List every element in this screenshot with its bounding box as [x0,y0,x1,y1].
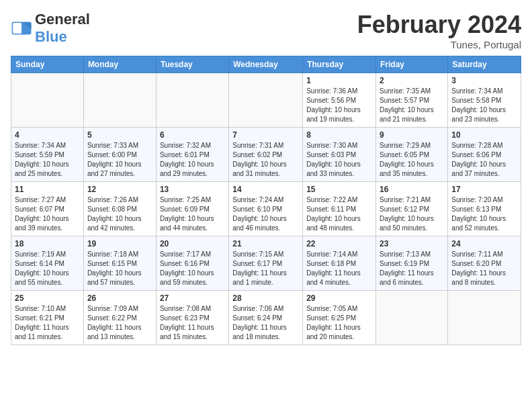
calendar-cell: 19Sunrise: 7:18 AM Sunset: 6:15 PM Dayli… [83,236,156,291]
calendar-week-5: 25Sunrise: 7:10 AM Sunset: 6:21 PM Dayli… [11,291,521,345]
calendar-cell [156,73,228,128]
day-info: Sunrise: 7:10 AM Sunset: 6:21 PM Dayligh… [15,304,80,342]
title-block: February 2024 Tunes, Portugal [357,11,521,50]
logo-blue-text: Blue [35,28,67,45]
day-info: Sunrise: 7:33 AM Sunset: 6:00 PM Dayligh… [87,141,152,179]
calendar-cell: 4Sunrise: 7:34 AM Sunset: 5:59 PM Daylig… [11,128,84,182]
calendar-cell: 3Sunrise: 7:34 AM Sunset: 5:58 PM Daylig… [448,73,521,128]
day-number: 15 [306,185,372,194]
day-number: 14 [232,185,299,194]
col-header-thursday: Thursday [303,56,376,73]
calendar-cell: 17Sunrise: 7:20 AM Sunset: 6:13 PM Dayli… [448,182,521,236]
day-number: 24 [451,239,517,248]
col-header-monday: Monday [83,56,156,73]
calendar-cell: 21Sunrise: 7:15 AM Sunset: 6:17 PM Dayli… [229,236,303,291]
calendar-cell [229,73,303,128]
day-info: Sunrise: 7:08 AM Sunset: 6:23 PM Dayligh… [160,304,225,342]
col-header-saturday: Saturday [448,56,521,73]
calendar-cell: 10Sunrise: 7:28 AM Sunset: 6:06 PM Dayli… [448,128,521,182]
day-info: Sunrise: 7:34 AM Sunset: 5:59 PM Dayligh… [15,141,80,179]
day-info: Sunrise: 7:19 AM Sunset: 6:14 PM Dayligh… [15,250,80,287]
calendar-cell: 24Sunrise: 7:11 AM Sunset: 6:20 PM Dayli… [448,236,521,291]
day-info: Sunrise: 7:20 AM Sunset: 6:13 PM Dayligh… [451,195,517,233]
col-header-sunday: Sunday [11,56,84,73]
day-number: 4 [15,130,80,140]
day-info: Sunrise: 7:31 AM Sunset: 6:02 PM Dayligh… [232,141,299,179]
day-number: 12 [87,185,152,194]
col-header-wednesday: Wednesday [229,56,303,73]
day-info: Sunrise: 7:14 AM Sunset: 6:18 PM Dayligh… [306,250,372,287]
calendar-cell: 22Sunrise: 7:14 AM Sunset: 6:18 PM Dayli… [303,236,376,291]
day-info: Sunrise: 7:06 AM Sunset: 6:24 PM Dayligh… [232,304,299,342]
day-info: Sunrise: 7:17 AM Sunset: 6:16 PM Dayligh… [160,250,225,287]
day-number: 19 [87,239,152,248]
col-header-friday: Friday [376,56,448,73]
day-number: 29 [306,293,372,303]
calendar-cell: 7Sunrise: 7:31 AM Sunset: 6:02 PM Daylig… [229,128,303,182]
day-info: Sunrise: 7:13 AM Sunset: 6:19 PM Dayligh… [380,250,444,287]
day-number: 10 [451,130,517,140]
day-number: 7 [232,130,299,140]
month-title: February 2024 [357,11,521,39]
calendar-table: SundayMondayTuesdayWednesdayThursdayFrid… [11,56,521,345]
day-info: Sunrise: 7:28 AM Sunset: 6:06 PM Dayligh… [451,141,517,179]
day-info: Sunrise: 7:26 AM Sunset: 6:08 PM Dayligh… [87,195,152,233]
calendar-cell: 8Sunrise: 7:30 AM Sunset: 6:03 PM Daylig… [303,128,376,182]
calendar-cell: 25Sunrise: 7:10 AM Sunset: 6:21 PM Dayli… [11,291,84,345]
day-number: 9 [380,130,444,140]
calendar-cell: 11Sunrise: 7:27 AM Sunset: 6:07 PM Dayli… [11,182,84,236]
logo-general-text: General [35,11,90,28]
calendar-cell: 9Sunrise: 7:29 AM Sunset: 6:05 PM Daylig… [376,128,448,182]
day-number: 1 [306,76,372,85]
logo-icon [11,17,32,39]
svg-rect-1 [13,23,21,34]
calendar-cell: 26Sunrise: 7:09 AM Sunset: 6:22 PM Dayli… [83,291,156,345]
day-info: Sunrise: 7:36 AM Sunset: 5:56 PM Dayligh… [306,87,372,124]
calendar-cell [11,73,84,128]
day-number: 25 [15,293,80,303]
calendar-cell: 1Sunrise: 7:36 AM Sunset: 5:56 PM Daylig… [303,73,376,128]
day-number: 3 [451,76,517,85]
calendar-week-3: 11Sunrise: 7:27 AM Sunset: 6:07 PM Dayli… [11,182,521,236]
day-number: 13 [160,185,225,194]
day-info: Sunrise: 7:34 AM Sunset: 5:58 PM Dayligh… [451,87,517,124]
day-number: 21 [232,239,299,248]
day-info: Sunrise: 7:15 AM Sunset: 6:17 PM Dayligh… [232,250,299,287]
calendar-week-2: 4Sunrise: 7:34 AM Sunset: 5:59 PM Daylig… [11,128,521,182]
day-info: Sunrise: 7:25 AM Sunset: 6:09 PM Dayligh… [160,195,225,233]
day-info: Sunrise: 7:35 AM Sunset: 5:57 PM Dayligh… [380,87,444,124]
day-info: Sunrise: 7:18 AM Sunset: 6:15 PM Dayligh… [87,250,152,287]
day-info: Sunrise: 7:30 AM Sunset: 6:03 PM Dayligh… [306,141,372,179]
calendar-cell: 15Sunrise: 7:22 AM Sunset: 6:11 PM Dayli… [303,182,376,236]
calendar-cell: 12Sunrise: 7:26 AM Sunset: 6:08 PM Dayli… [83,182,156,236]
day-number: 28 [232,293,299,303]
day-number: 17 [451,185,517,194]
day-number: 6 [160,130,225,140]
calendar-header-row: SundayMondayTuesdayWednesdayThursdayFrid… [11,56,521,73]
calendar-cell: 5Sunrise: 7:33 AM Sunset: 6:00 PM Daylig… [83,128,156,182]
day-number: 26 [87,293,152,303]
calendar-cell [376,291,448,345]
day-info: Sunrise: 7:32 AM Sunset: 6:01 PM Dayligh… [160,141,225,179]
calendar-cell: 27Sunrise: 7:08 AM Sunset: 6:23 PM Dayli… [156,291,228,345]
calendar-cell: 16Sunrise: 7:21 AM Sunset: 6:12 PM Dayli… [376,182,448,236]
day-number: 8 [306,130,372,140]
day-info: Sunrise: 7:21 AM Sunset: 6:12 PM Dayligh… [380,195,444,233]
calendar-cell: 23Sunrise: 7:13 AM Sunset: 6:19 PM Dayli… [376,236,448,291]
logo: General Blue [11,11,90,46]
calendar-week-1: 1Sunrise: 7:36 AM Sunset: 5:56 PM Daylig… [11,73,521,128]
day-info: Sunrise: 7:29 AM Sunset: 6:05 PM Dayligh… [380,141,444,179]
calendar-cell: 2Sunrise: 7:35 AM Sunset: 5:57 PM Daylig… [376,73,448,128]
calendar-cell: 20Sunrise: 7:17 AM Sunset: 6:16 PM Dayli… [156,236,228,291]
day-number: 16 [380,185,444,194]
day-number: 20 [160,239,225,248]
day-number: 5 [87,130,152,140]
page-header: General Blue February 2024 Tunes, Portug… [11,11,521,50]
calendar-week-4: 18Sunrise: 7:19 AM Sunset: 6:14 PM Dayli… [11,236,521,291]
col-header-tuesday: Tuesday [156,56,228,73]
day-number: 23 [380,239,444,248]
day-info: Sunrise: 7:11 AM Sunset: 6:20 PM Dayligh… [451,250,517,287]
day-number: 22 [306,239,372,248]
calendar-cell: 18Sunrise: 7:19 AM Sunset: 6:14 PM Dayli… [11,236,84,291]
calendar-cell: 13Sunrise: 7:25 AM Sunset: 6:09 PM Dayli… [156,182,228,236]
